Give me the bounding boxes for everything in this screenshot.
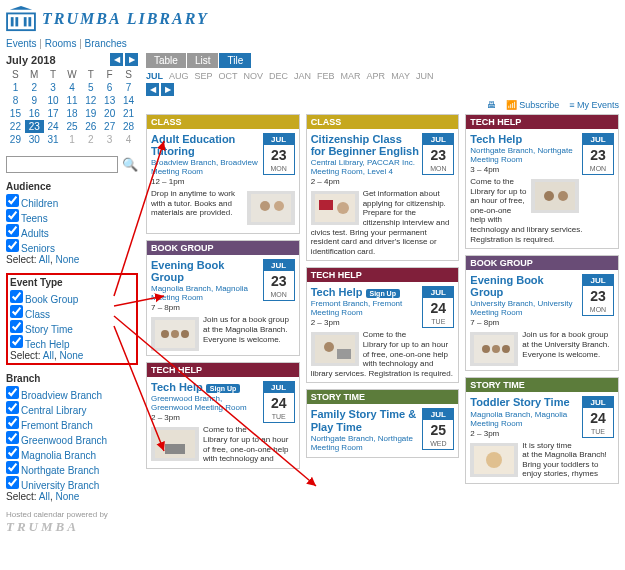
nav-branches[interactable]: Branches xyxy=(85,38,127,49)
event-thumb xyxy=(531,179,579,213)
svg-point-22 xyxy=(558,191,568,201)
svg-rect-1 xyxy=(11,17,14,26)
event-card[interactable]: BOOK GROUP JUL23MON Evening Book Group U… xyxy=(465,255,619,371)
view-list[interactable]: List xyxy=(187,53,219,68)
svg-point-24 xyxy=(482,345,490,353)
event-card[interactable]: CLASS JUL23MON Citizenship Class for Beg… xyxy=(306,114,460,261)
view-tile[interactable]: Tile xyxy=(219,53,251,68)
event-thumb xyxy=(247,191,295,225)
event-thumb xyxy=(311,332,359,366)
event-card[interactable]: STORY TIME JUL24TUE Toddler Story Time M… xyxy=(465,377,619,483)
event-card[interactable]: STORY TIME JUL25WED Family Story Time & … xyxy=(306,389,460,458)
brand-text: TRUMBA LIBRARY xyxy=(42,10,209,28)
svg-rect-4 xyxy=(28,17,31,26)
svg-rect-3 xyxy=(24,17,27,26)
print-icon[interactable]: 🖶 xyxy=(487,100,496,110)
svg-point-16 xyxy=(337,202,349,214)
cal-next[interactable]: ▶ xyxy=(125,53,138,66)
svg-rect-13 xyxy=(165,444,185,454)
svg-point-21 xyxy=(544,191,554,201)
svg-point-10 xyxy=(171,330,179,338)
event-card[interactable]: TECH HELP JUL23MON Tech Help Northgate B… xyxy=(465,114,619,249)
powered-by: Hosted calendar powered by TRUMBA xyxy=(6,510,138,535)
svg-rect-19 xyxy=(337,349,351,359)
svg-rect-2 xyxy=(15,17,18,26)
event-card[interactable]: TECH HELP JUL24TUE Tech Help Sign Up Gre… xyxy=(146,362,300,468)
svg-point-28 xyxy=(486,452,502,468)
svg-rect-5 xyxy=(251,194,291,222)
search-input[interactable] xyxy=(6,156,118,173)
svg-rect-15 xyxy=(319,200,333,210)
svg-rect-20 xyxy=(535,182,575,210)
svg-point-18 xyxy=(324,342,334,352)
library-icon xyxy=(6,6,36,32)
svg-point-25 xyxy=(492,345,500,353)
my-events-link[interactable]: ≡ My Events xyxy=(569,100,619,110)
brand-logo: TRUMBA LIBRARY xyxy=(6,6,619,32)
nav-events[interactable]: Events xyxy=(6,38,37,49)
view-table[interactable]: Table xyxy=(146,53,186,68)
nav-rooms[interactable]: Rooms xyxy=(45,38,77,49)
svg-point-6 xyxy=(260,201,270,211)
event-thumb xyxy=(470,443,518,477)
filter-event-type: Event Type Book Group Class Story Time T… xyxy=(6,273,138,365)
month-next[interactable]: ▶ xyxy=(161,83,174,96)
signup-badge[interactable]: Sign Up xyxy=(366,289,400,298)
calendar-title: July 2018 xyxy=(6,54,56,66)
event-card[interactable]: CLASS JUL23MON Adult Education Tutoring … xyxy=(146,114,300,234)
filter-branch: Branch Broadview Branch Central Library … xyxy=(6,373,138,502)
cal-prev[interactable]: ◀ xyxy=(110,53,123,66)
svg-point-9 xyxy=(161,330,169,338)
event-thumb xyxy=(311,191,359,225)
svg-point-26 xyxy=(502,345,510,353)
signup-badge[interactable]: Sign Up xyxy=(206,384,240,393)
search-icon[interactable]: 🔍 xyxy=(122,157,138,172)
month-strip: JUL AUG SEP OCT NOV DEC JAN FEB MAR APR … xyxy=(146,71,619,81)
nav-links: Events | Rooms | Branches xyxy=(6,38,619,49)
event-thumb xyxy=(151,317,199,351)
month-prev[interactable]: ◀ xyxy=(146,83,159,96)
event-card[interactable]: TECH HELP JUL24TUE Tech Help Sign Up Fre… xyxy=(306,267,460,383)
mini-calendar: SMTWTFS 1234567 891011121314 15161718192… xyxy=(6,68,138,146)
svg-point-7 xyxy=(274,201,284,211)
filter-audience: Audience Children Teens Adults Seniors S… xyxy=(6,181,138,265)
subscribe-link[interactable]: 📶 Subscribe xyxy=(506,100,560,110)
date-badge: JUL23MON xyxy=(263,133,295,175)
svg-point-11 xyxy=(181,330,189,338)
event-card[interactable]: BOOK GROUP JUL23MON Evening Book Group M… xyxy=(146,240,300,356)
event-thumb xyxy=(151,427,199,461)
event-thumb xyxy=(470,332,518,366)
